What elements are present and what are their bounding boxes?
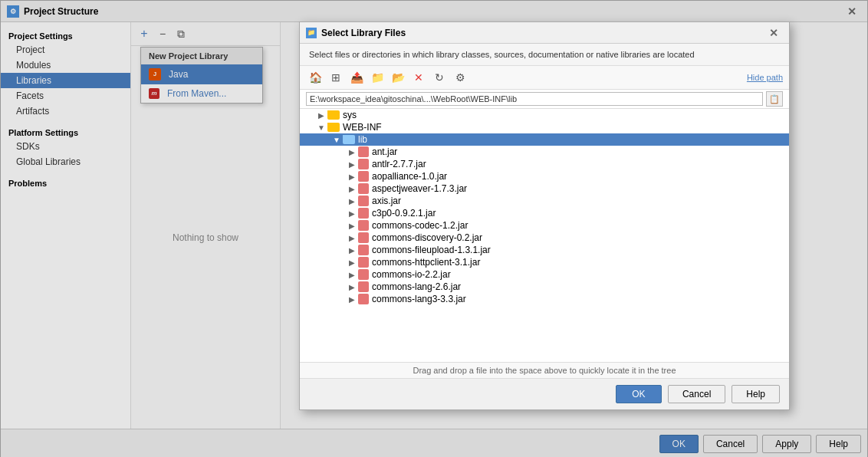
- dialog-title-text: Select Library Files: [321, 28, 406, 38]
- folder-icon-webinf: [327, 123, 340, 132]
- tree-arrow-ant: ▶: [346, 148, 358, 156]
- jar-icon-aspectjweaver: [358, 183, 369, 194]
- folder-icon-lib: [343, 135, 355, 144]
- tree-item-commons-codec[interactable]: ▶ commons-codec-1.2.jar: [300, 219, 789, 232]
- jar-icon-ant: [358, 146, 369, 157]
- tree-label-commons-lang3: commons-lang3-3.3.jar: [372, 294, 466, 304]
- dialog-close-button[interactable]: ✕: [764, 25, 783, 41]
- jar-icon-commons-io: [358, 269, 369, 280]
- dialog-icon: 📁: [306, 28, 317, 38]
- hide-path-link[interactable]: Hide path: [747, 73, 783, 82]
- tree-arrow-webinf: ▼: [315, 123, 327, 132]
- tree-item-commons-fileupload[interactable]: ▶ commons-fileupload-1.3.1.jar: [300, 244, 789, 256]
- tree-item-aopalliance[interactable]: ▶ aopalliance-1.0.jar: [300, 170, 789, 182]
- dialog-help-button[interactable]: Help: [732, 385, 780, 403]
- tree-arrow-lib: ▼: [330, 136, 343, 144]
- tree-item-commons-lang[interactable]: ▶ commons-lang-2.6.jar: [300, 281, 789, 293]
- tree-label-commons-fileupload: commons-fileupload-1.3.1.jar: [372, 245, 491, 255]
- tree-label-ant: ant.jar: [372, 146, 397, 157]
- delete-button[interactable]: ✕: [409, 69, 428, 86]
- tree-arrow-commons-io: ▶: [346, 271, 358, 279]
- tree-arrow-commons-httpclient: ▶: [346, 258, 358, 267]
- refresh-button[interactable]: ↻: [430, 69, 449, 86]
- tree-arrow-commons-codec: ▶: [346, 222, 358, 230]
- tree-item-sys[interactable]: ▶ sys: [300, 109, 789, 121]
- tree-item-commons-io[interactable]: ▶ commons-io-2.2.jar: [300, 268, 789, 281]
- tree-label-commons-lang: commons-lang-2.6.jar: [372, 281, 461, 292]
- jar-icon-c3p0: [358, 208, 369, 219]
- expand-button[interactable]: 📁: [368, 69, 386, 86]
- tree-arrow-antlr: ▶: [346, 160, 358, 169]
- tree-label-aopalliance: aopalliance-1.0.jar: [372, 171, 447, 182]
- tree-arrow-sys: ▶: [315, 111, 327, 120]
- jar-icon-commons-lang3: [358, 294, 369, 304]
- dialog-description: Select files or directories in which lib…: [300, 44, 789, 66]
- tree-arrow-aopalliance: ▶: [346, 173, 358, 181]
- jar-icon-commons-lang: [358, 281, 369, 292]
- jar-icon-antlr: [358, 159, 369, 169]
- file-tree[interactable]: ▶ sys ▼ WEB-INF ▼ lib ▶ ant.jar ▶: [300, 109, 789, 362]
- folder-icon-sys: [327, 110, 340, 120]
- tree-item-commons-discovery[interactable]: ▶ commons-discovery-0.2.jar: [300, 232, 789, 244]
- tree-label-webinf: WEB-INF: [343, 122, 382, 133]
- tree-arrow-commons-discovery: ▶: [346, 234, 358, 242]
- tree-item-axis[interactable]: ▶ axis.jar: [300, 195, 789, 207]
- tree-label-commons-io: commons-io-2.2.jar: [372, 269, 451, 280]
- dialog-title-bar: 📁 Select Library Files ✕: [300, 22, 789, 44]
- select-library-dialog: 📁 Select Library Files ✕ Select files or…: [299, 21, 790, 410]
- tree-label-commons-httpclient: commons-httpclient-3.1.jar: [372, 257, 480, 268]
- path-input[interactable]: [306, 92, 763, 106]
- home-button[interactable]: 🏠: [306, 69, 324, 86]
- tree-arrow-commons-lang3: ▶: [346, 295, 358, 304]
- jar-icon-axis: [358, 196, 369, 206]
- tree-item-ant[interactable]: ▶ ant.jar: [300, 146, 789, 158]
- drag-hint: Drag and drop a file into the space abov…: [300, 362, 789, 378]
- tree-arrow-commons-fileupload: ▶: [346, 246, 358, 255]
- tree-item-webinf[interactable]: ▼ WEB-INF: [300, 121, 789, 133]
- tree-item-commons-lang3[interactable]: ▶ commons-lang3-3.3.jar: [300, 293, 789, 305]
- new-folder-button[interactable]: 📂: [389, 69, 407, 86]
- path-browse-button[interactable]: 📋: [766, 91, 783, 107]
- tree-item-commons-httpclient[interactable]: ▶ commons-httpclient-3.1.jar: [300, 256, 789, 268]
- dialog-cancel-button[interactable]: Cancel: [668, 385, 725, 403]
- jar-icon-aopalliance: [358, 171, 369, 182]
- tree-label-commons-discovery: commons-discovery-0.2.jar: [372, 232, 482, 243]
- tree-item-c3p0[interactable]: ▶ c3p0-0.9.2.1.jar: [300, 207, 789, 219]
- jar-icon-commons-discovery: [358, 232, 369, 243]
- tree-label-commons-codec: commons-codec-1.2.jar: [372, 220, 468, 231]
- tree-item-antlr[interactable]: ▶ antlr-2.7.7.jar: [300, 158, 789, 170]
- upload-button[interactable]: 📤: [347, 69, 366, 86]
- tree-label-antlr: antlr-2.7.7.jar: [372, 159, 426, 169]
- tree-item-aspectjweaver[interactable]: ▶ aspectjweaver-1.7.3.jar: [300, 182, 789, 195]
- dialog-toolbar: 🏠 ⊞ 📤 📁 📂 ✕ ↻ ⚙ Hide path: [300, 66, 789, 90]
- dialog-buttons: OK Cancel Help: [300, 378, 789, 409]
- tree-arrow-aspectjweaver: ▶: [346, 185, 358, 193]
- view-button[interactable]: ⊞: [327, 69, 345, 86]
- tree-label-aspectjweaver: aspectjweaver-1.7.3.jar: [372, 183, 467, 194]
- path-bar: 📋: [300, 90, 789, 109]
- tree-arrow-axis: ▶: [346, 197, 358, 205]
- jar-icon-commons-httpclient: [358, 257, 369, 268]
- jar-icon-commons-codec: [358, 220, 369, 231]
- tree-label-sys: sys: [343, 110, 357, 120]
- tree-label-axis: axis.jar: [372, 196, 401, 206]
- tree-label-lib: lib: [358, 134, 367, 145]
- settings-button[interactable]: ⚙: [451, 69, 469, 86]
- tree-item-lib[interactable]: ▼ lib: [300, 133, 789, 146]
- tree-arrow-commons-lang: ▶: [346, 283, 358, 291]
- tree-label-c3p0: c3p0-0.9.2.1.jar: [372, 208, 436, 219]
- jar-icon-commons-fileupload: [358, 245, 369, 255]
- dialog-ok-button[interactable]: OK: [616, 385, 662, 403]
- tree-arrow-c3p0: ▶: [346, 209, 358, 218]
